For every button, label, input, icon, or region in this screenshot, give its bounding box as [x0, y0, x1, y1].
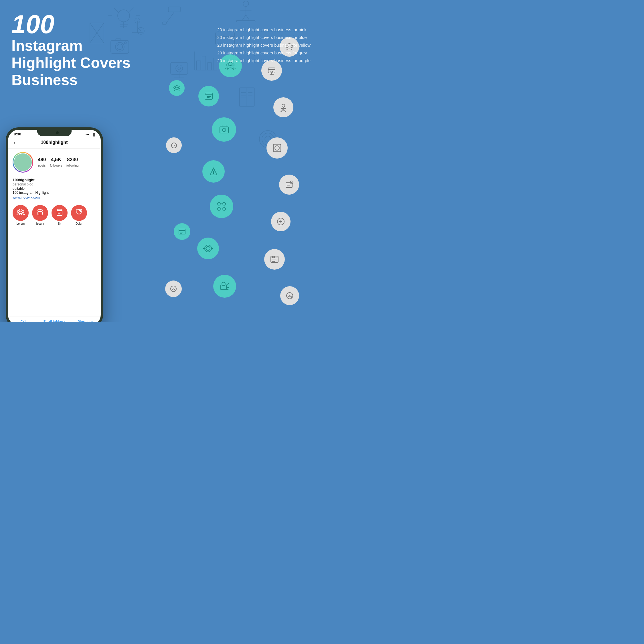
circle-teal-4: [202, 160, 225, 183]
svg-rect-44: [237, 21, 255, 22]
svg-rect-8: [168, 7, 180, 12]
svg-point-150: [17, 211, 19, 213]
highlight-dolor[interactable]: Dolor: [71, 205, 87, 225]
svg-point-138: [174, 87, 175, 88]
title-number: 100: [11, 11, 131, 37]
avatar-ring: [13, 152, 33, 173]
wifi-icon: ⌇: [90, 132, 92, 136]
bio-tag: personal blog: [13, 182, 96, 186]
circle-edge-4: [165, 280, 182, 297]
svg-point-39: [243, 1, 249, 7]
features-list: 20 instagram highlight covers business f…: [217, 26, 311, 64]
following-count: 8230: [66, 157, 79, 163]
followers-stat: 4,5K followers: [50, 157, 62, 168]
circle-grey-5: [279, 175, 299, 195]
tab-call[interactable]: Call: [8, 317, 39, 322]
highlight-sit[interactable]: Sit: [52, 205, 68, 225]
more-button[interactable]: ⋮: [90, 139, 96, 146]
followers-label: followers: [50, 164, 62, 167]
feature-1: 20 instagram highlight covers business f…: [217, 26, 311, 33]
circles-area: [165, 23, 322, 309]
highlight-lorem-icon: [17, 208, 25, 218]
svg-line-5: [130, 8, 134, 12]
svg-point-139: [178, 87, 180, 88]
back-button[interactable]: ←: [13, 139, 18, 146]
svg-line-100: [226, 289, 229, 290]
circle-teal-2: [198, 86, 219, 106]
highlight-dolor-icon: [75, 208, 83, 218]
highlight-dolor-label: Dolor: [76, 222, 82, 225]
svg-point-90: [205, 245, 212, 252]
phone-screen: 8:30 ▪▪▪ ⌇ ▓ ← 100highlight ⋮: [8, 130, 101, 322]
ig-stats: 480 posts 4,5K followers 8230 following: [38, 157, 79, 168]
followers-count: 4,5K: [50, 157, 62, 163]
circle-grey-4: [266, 137, 288, 159]
bio-link[interactable]: www.inquivix.com: [13, 195, 40, 199]
circle-edge-3: [174, 223, 190, 240]
circle-teal-6: [197, 238, 219, 259]
svg-point-83: [223, 202, 226, 205]
svg-point-132: [274, 256, 275, 258]
posts-count: 480: [38, 157, 46, 163]
circle-teal-3: [212, 117, 236, 142]
signal-icon: ▪▪▪: [86, 133, 89, 136]
svg-point-149: [19, 209, 22, 212]
highlight-ipsum[interactable]: Ipsum: [32, 205, 48, 225]
svg-line-142: [174, 145, 175, 146]
svg-line-43: [246, 15, 250, 21]
highlight-sit-label: Sit: [58, 222, 61, 225]
svg-line-98: [226, 283, 229, 285]
ig-profile-section: 480 posts 4,5K followers 8230 following: [8, 149, 101, 178]
circle-grey-8: [280, 286, 299, 305]
svg-point-131: [272, 256, 273, 258]
ig-header: ← 100highlight ⋮: [8, 137, 101, 149]
svg-line-9: [166, 12, 174, 23]
title-area: 100 Instagram Highlight Covers Business: [11, 11, 131, 88]
svg-point-137: [176, 86, 178, 88]
bio-line1: editable: [13, 187, 96, 191]
ig-username: 100highlight: [41, 140, 68, 145]
svg-point-80: [212, 169, 215, 171]
phone-notch: [37, 130, 72, 136]
feature-2: 20 instagram highlight covers business f…: [217, 33, 311, 41]
circle-grey-7: [264, 249, 285, 270]
following-label: following: [66, 164, 79, 167]
tab-email[interactable]: Email Address: [39, 317, 70, 322]
status-icons: ▪▪▪ ⌇ ▓: [86, 132, 95, 136]
ig-highlights: Lorem: [8, 202, 101, 228]
status-time: 8:30: [14, 132, 21, 136]
feature-5: 20 instagram highlight covers business f…: [217, 57, 311, 64]
bio-line2: 100 instagram Highlight: [13, 191, 96, 195]
title-line1: Instagram Highlight Covers Business: [11, 37, 131, 88]
svg-rect-104: [268, 68, 275, 73]
svg-line-42: [242, 15, 246, 21]
circle-grey-3: [273, 97, 293, 117]
circle-edge-1: [169, 80, 185, 96]
svg-point-85: [218, 208, 220, 210]
background: 100 Instagram Highlight Covers Business …: [0, 0, 322, 322]
ig-bio: 100highlight personal blog editable 100 …: [8, 178, 101, 202]
circle-edge-2: [166, 137, 182, 153]
circle-teal-5: [210, 195, 233, 218]
phone-camera: [56, 131, 59, 134]
avatar: [13, 153, 32, 172]
svg-point-91: [206, 246, 210, 250]
tab-directions[interactable]: Directions: [70, 317, 101, 322]
feature-3: 20 instagram highlight covers business f…: [217, 41, 311, 49]
highlight-lorem[interactable]: Lorem: [13, 205, 29, 225]
feature-4: 20 instagram highlight covers business f…: [217, 49, 311, 57]
posts-stat: 480 posts: [38, 157, 46, 168]
svg-line-4: [114, 8, 118, 12]
ig-bottom-tabs: Call Email Address Directions: [8, 317, 101, 322]
highlight-sit-icon: [56, 208, 64, 218]
posts-label: posts: [38, 164, 46, 167]
bio-name: 100highlight: [13, 178, 96, 182]
svg-point-84: [223, 208, 226, 210]
svg-point-151: [22, 211, 24, 213]
svg-point-109: [282, 104, 285, 107]
circle-teal-7: [213, 275, 236, 298]
following-stat: 8230 following: [66, 157, 79, 168]
phone-mockup: 8:30 ▪▪▪ ⌇ ▓ ← 100highlight ⋮: [6, 127, 103, 322]
battery-icon: ▓: [93, 133, 95, 136]
circle-grey-6: [271, 212, 291, 231]
